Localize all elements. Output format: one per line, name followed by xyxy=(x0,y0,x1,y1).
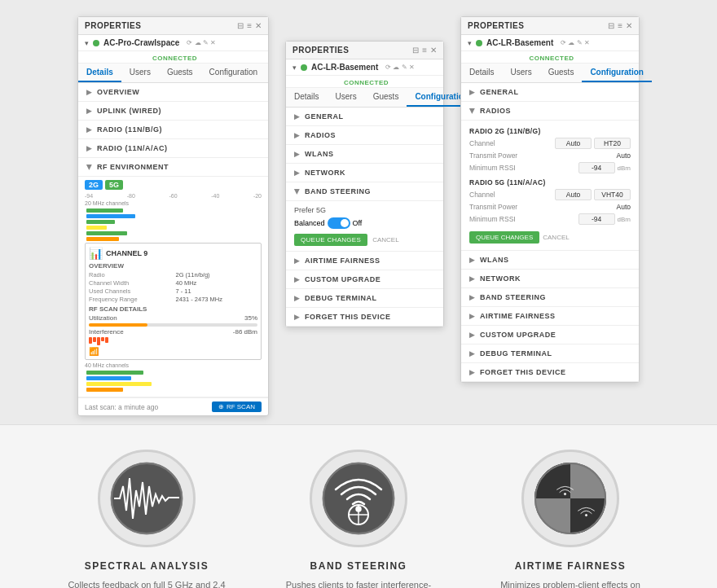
panel-right-device-row: ▾ AC-LR-Basement ⟳ ☁ ✎ ✕ xyxy=(461,35,639,51)
tab-mid-users[interactable]: Users xyxy=(328,88,365,107)
section-right-forget-label: FORGET THIS DEVICE xyxy=(480,368,566,376)
section-right-forget[interactable]: ▶ FORGET THIS DEVICE xyxy=(461,363,639,382)
tab-mid-guests[interactable]: Guests xyxy=(365,88,407,107)
panel-right-collapse[interactable]: ▾ xyxy=(468,39,472,47)
tab-mid-details[interactable]: Details xyxy=(286,88,328,107)
channel-2g-width[interactable]: HT20 xyxy=(594,138,631,149)
panel-left-collapse[interactable]: ▾ xyxy=(85,39,89,47)
section-right-general[interactable]: ▶ GENERAL xyxy=(461,83,639,102)
section-overview[interactable]: ▶ OVERVIEW xyxy=(78,83,268,102)
tab-left-configuration[interactable]: Configuration xyxy=(201,64,266,82)
airtime-desc: Minimizes problem-client effects on syst… xyxy=(489,578,652,588)
tooltip-width-value: 40 MHz xyxy=(176,279,258,287)
section-right-band-steering[interactable]: ▶ BAND STEERING xyxy=(461,288,639,307)
panel-mid-collapse[interactable]: ▾ xyxy=(293,64,297,72)
prefer-row: Prefer 5G xyxy=(294,206,435,214)
section-uplink[interactable]: ▶ UPLINK (WIRED) xyxy=(78,102,268,121)
section-right-wlans[interactable]: ▶ WLANS xyxy=(461,251,639,270)
arrow-mid-airtime: ▶ xyxy=(294,257,300,265)
cancel-link-mid[interactable]: CANCEL xyxy=(372,236,398,244)
arrow-mid-general: ▶ xyxy=(294,112,300,121)
section-rf-env[interactable]: ▶ RF ENVIRONMENT xyxy=(78,158,268,177)
rf-scan-button[interactable]: ⊕ RF SCAN xyxy=(212,402,262,412)
txpower-5g-label: Transmit Power xyxy=(469,203,517,211)
utilization-label: Utilization xyxy=(89,314,117,322)
section-right-radios[interactable]: ▶ RADIOS xyxy=(461,102,639,121)
section-right-airtime[interactable]: ▶ AIRTIME FAIRNESS xyxy=(461,307,639,326)
spectral-desc: Collects feedback on full 5 GHz and 2.4 … xyxy=(65,578,228,588)
panel-left-tabs: Details Users Guests Configuration xyxy=(78,64,268,83)
tab-left-users[interactable]: Users xyxy=(121,64,159,82)
arrow-mid-custom: ▶ xyxy=(294,275,300,283)
panel-mid-icon-1[interactable]: ⊟ xyxy=(412,46,419,55)
tooltip-grid: Radio 2G (11n/b/g) Channel Width 40 MHz … xyxy=(89,271,257,303)
panel-left-icon-1[interactable]: ⊟ xyxy=(237,21,244,30)
arrow-mid-debug: ▶ xyxy=(294,294,300,302)
panel-mid-icon-3[interactable]: ✕ xyxy=(430,46,437,55)
panel-left-icon-3[interactable]: ✕ xyxy=(255,21,262,30)
section-radio-bg[interactable]: ▶ RADIO (11N/B/G) xyxy=(78,121,268,139)
tab-right-users[interactable]: Users xyxy=(503,64,540,82)
panel-mid-icon-2[interactable]: ≡ xyxy=(422,46,427,55)
channel-2g-auto[interactable]: Auto xyxy=(555,138,592,149)
panel-left-status: CONNECTED xyxy=(78,51,268,64)
panel-right-icon-3[interactable]: ✕ xyxy=(626,21,632,30)
off-label: Off xyxy=(353,219,363,227)
int-bar-2 xyxy=(93,337,96,342)
queue-changes-btn-mid[interactable]: QUEUE CHANGES xyxy=(294,234,367,246)
section-mid-custom[interactable]: ▶ CUSTOM UPGRADE xyxy=(286,270,443,289)
radio-5g-title: RADIO 5G (11N/A/AC) xyxy=(469,178,631,186)
section-rf-env-label: RF ENVIRONMENT xyxy=(97,163,169,171)
section-overview-label: OVERVIEW xyxy=(97,88,139,96)
channels-40mhz-label: 40 MHz channels xyxy=(85,362,262,368)
channel-2g-values: Auto HT20 xyxy=(555,138,631,149)
panel-left-title: PROPERTIES xyxy=(85,21,141,30)
band-btn-5g[interactable]: 5G xyxy=(105,180,123,190)
panel-left-connected: CONNECTED xyxy=(152,55,197,62)
section-right-network-label: NETWORK xyxy=(480,274,521,283)
tooltip-overview-label: OVERVIEW xyxy=(89,262,257,270)
section-mid-network[interactable]: ▶ NETWORK xyxy=(286,164,443,182)
rf-scan-icon: ⊕ xyxy=(218,403,224,410)
section-mid-general[interactable]: ▶ GENERAL xyxy=(286,108,443,126)
rssi-5g-value[interactable]: -94 xyxy=(578,213,615,225)
scale-label-4: -40 xyxy=(211,193,219,199)
int-bar-3 xyxy=(97,337,100,345)
channel-5g-auto[interactable]: Auto xyxy=(555,189,592,200)
section-mid-forget[interactable]: ▶ FORGET THIS DEVICE xyxy=(286,308,443,327)
rssi-2g-value[interactable]: -94 xyxy=(578,162,615,173)
band-btn-2g[interactable]: 2G xyxy=(85,180,103,190)
tab-right-guests[interactable]: Guests xyxy=(540,64,583,82)
section-right-network[interactable]: ▶ NETWORK xyxy=(461,270,639,288)
feature-card-spectral: SPECTRAL ANALYSIS Collects feedback on f… xyxy=(65,450,228,588)
scale-label-2: -80 xyxy=(127,193,135,199)
tab-right-details[interactable]: Details xyxy=(461,64,503,82)
toggle-balanced[interactable]: Balanced Off xyxy=(294,217,362,229)
channel-5g-width[interactable]: VHT40 xyxy=(594,189,631,200)
tab-right-configuration[interactable]: Configuration xyxy=(582,64,652,82)
tab-left-guests[interactable]: Guests xyxy=(159,64,201,82)
cancel-btn-right[interactable]: CANCEL xyxy=(543,234,569,241)
panel-right-tabs: Details Users Guests Configuration xyxy=(461,64,639,83)
section-right-debug[interactable]: ▶ DEBUG TERMINAL xyxy=(461,344,639,363)
section-radio-ac[interactable]: ▶ RADIO (11N/A/AC) xyxy=(78,139,268,158)
section-mid-band-steering[interactable]: ▶ BAND STEERING xyxy=(286,182,443,201)
panel-left-device-row: ▾ AC-Pro-Crawlspace ⟳ ☁ ✎ ✕ xyxy=(78,35,268,51)
txpower-2g-value: Auto xyxy=(617,151,631,160)
section-mid-debug[interactable]: ▶ DEBUG TERMINAL xyxy=(286,289,443,308)
band-title: BAND STEERING xyxy=(310,560,407,572)
panel-right-icon-2[interactable]: ≡ xyxy=(618,21,622,30)
section-mid-radios-label: RADIOS xyxy=(305,131,336,139)
interference-label: Interference xyxy=(89,328,124,336)
panel-right-icon-1[interactable]: ⊟ xyxy=(608,21,614,30)
section-mid-airtime[interactable]: ▶ AIRTIME FAIRNESS xyxy=(286,252,443,270)
toggle-track-on[interactable] xyxy=(328,217,350,229)
tab-left-details[interactable]: Details xyxy=(78,64,121,82)
section-right-custom[interactable]: ▶ CUSTOM UPGRADE xyxy=(461,326,639,344)
panel-mid-status-dot xyxy=(301,64,307,71)
section-mid-wlans[interactable]: ▶ WLANS xyxy=(286,145,443,164)
section-right-debug-label: DEBUG TERMINAL xyxy=(480,349,552,358)
section-mid-radios[interactable]: ▶ RADIOS xyxy=(286,126,443,145)
panel-left-icon-2[interactable]: ≡ xyxy=(247,21,252,30)
queue-changes-btn-right[interactable]: QUEUE CHANGES xyxy=(469,231,539,244)
